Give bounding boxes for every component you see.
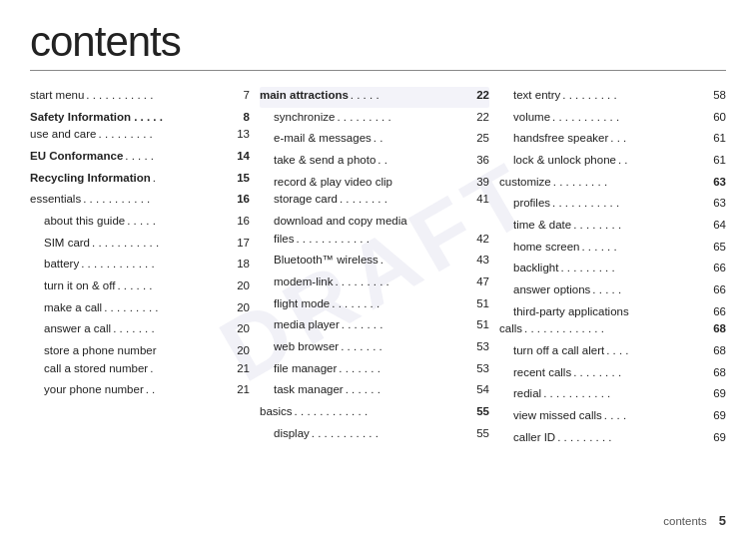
toc-dots: . . . . .	[592, 281, 706, 299]
toc-label: start menu	[30, 87, 84, 104]
toc-label: e-mail & messages	[260, 130, 372, 147]
list-item: Safety Information . . . . .8	[30, 109, 250, 126]
toc-page: 63	[708, 174, 726, 191]
toc-dots: . . . . . . . .	[573, 217, 706, 235]
list-item: e-mail & messages . .25	[260, 130, 489, 151]
toc-page: 64	[708, 217, 726, 234]
toc-label: Safety Information . . . . .	[30, 109, 163, 126]
list-item: volume . . . . . . . . . . .60	[499, 109, 726, 130]
footer: contents 5	[663, 513, 726, 528]
toc-col-right: text entry . . . . . . . . .58volume . .…	[489, 87, 726, 450]
toc-dots: . . . . .	[351, 87, 469, 105]
toc-page: 47	[471, 273, 489, 290]
toc-page: 17	[232, 235, 250, 252]
toc-page: 53	[471, 338, 489, 355]
list-item: text entry . . . . . . . . .58	[499, 87, 726, 108]
toc-label: volume	[499, 109, 550, 126]
toc-page: 22	[471, 87, 489, 104]
toc-label: synchronize	[260, 109, 335, 126]
toc-dots: . . . . . . . . . . .	[92, 235, 230, 253]
list-item: display . . . . . . . . . . .55	[260, 425, 489, 446]
toc-label: handsfree speaker	[499, 130, 608, 147]
toc-page: 20	[232, 342, 250, 359]
list-item: turn off a call alert . . . .68	[499, 342, 726, 363]
toc-page: 21	[232, 381, 250, 398]
list-item: main attractions . . . . .22	[260, 87, 489, 108]
list-item: storage card . . . . . . . .41	[260, 191, 489, 212]
toc-page: 63	[708, 195, 726, 212]
toc-dots: . . . . . . . . .	[104, 299, 230, 317]
toc-page: 20	[232, 299, 250, 316]
list-item: basics . . . . . . . . . . . .55	[260, 403, 489, 424]
list-item: time & date . . . . . . . .64	[499, 217, 726, 238]
toc-label: view missed calls	[499, 407, 602, 424]
toc-dots: . . . .	[606, 342, 706, 360]
toc-label: essentials	[30, 191, 81, 208]
toc-page: 20	[232, 320, 250, 337]
toc-dots: . . . . .	[127, 213, 230, 231]
toc-dots: . . . . . . . . . . . . .	[524, 320, 706, 338]
toc-dots: . .	[146, 381, 230, 399]
toc-label: recent calls	[499, 364, 571, 381]
toc-label: answer options	[499, 281, 590, 298]
toc-page: 65	[708, 239, 726, 256]
toc-label: battery	[30, 256, 79, 272]
footer-label: contents	[663, 515, 706, 527]
toc-label: files	[260, 231, 294, 248]
list-item: modem-link . . . . . . . . .47	[260, 273, 489, 294]
toc-dots: . . . . . . . . .	[553, 174, 706, 192]
toc-dots: . . . . . .	[117, 277, 230, 295]
toc-label: about this guide	[30, 213, 125, 230]
toc-page: 25	[471, 130, 489, 147]
list-item: files . . . . . . . . . . . .42	[260, 231, 489, 252]
toc-label: your phone number	[30, 381, 144, 398]
toc-label: turn off a call alert	[499, 342, 604, 359]
toc-col-mid: main attractions . . . . .22synchronize …	[250, 87, 489, 450]
toc-dots: .	[380, 252, 469, 270]
toc-label: take & send a photo	[260, 152, 376, 169]
toc-dots: . . . . . . . . . . . .	[296, 231, 469, 249]
toc-label: Recycling Information	[30, 170, 151, 187]
toc-page: 36	[471, 152, 489, 169]
toc-label: flight mode	[260, 295, 330, 312]
toc-label: EU Conformance	[30, 148, 123, 165]
toc-dots: . . .	[610, 130, 706, 148]
toc-label: make a call	[30, 299, 102, 316]
toc-page: 55	[471, 425, 489, 442]
toc-dots: .	[153, 170, 230, 188]
list-item: Recycling Information .15	[30, 170, 250, 191]
toc-dots: . .	[374, 130, 469, 148]
toc-page: 69	[708, 429, 726, 446]
toc-page: 43	[471, 252, 489, 269]
list-item: battery . . . . . . . . . . . .18	[30, 256, 250, 276]
list-item: redial . . . . . . . . . . .69	[499, 385, 726, 406]
toc-label: modem-link	[260, 273, 333, 290]
list-item: calls . . . . . . . . . . . . .68	[499, 320, 726, 341]
list-item: EU Conformance . . . . .14	[30, 148, 250, 169]
toc-dots: .	[150, 360, 230, 378]
list-item: media player . . . . . . .51	[260, 316, 489, 337]
toc-dots: . . . . . . . . . . .	[83, 191, 230, 209]
toc-label: media player	[260, 316, 340, 333]
list-item: web browser . . . . . . .53	[260, 338, 489, 359]
toc-label: Bluetooth™ wireless	[260, 252, 378, 269]
list-item: answer a call . . . . . . .20	[30, 320, 250, 341]
toc-label: profiles	[499, 195, 550, 212]
toc-label: calls	[499, 320, 522, 337]
toc-page: 13	[232, 126, 250, 143]
toc-dots: . . . . . . .	[342, 316, 469, 334]
list-item: view missed calls . . . .69	[499, 407, 726, 428]
toc-dots: . . . . . . . . .	[337, 109, 469, 127]
toc-label: task manager	[260, 381, 344, 398]
list-item: profiles . . . . . . . . . . .63	[499, 195, 726, 216]
toc-page: 58	[708, 87, 726, 104]
toc-label: download and copy media	[260, 213, 407, 230]
toc-label: store a phone number	[30, 342, 157, 359]
toc-label: storage card	[260, 191, 338, 208]
list-item: task manager . . . . . .54	[260, 381, 489, 402]
list-item: backlight . . . . . . . . .66	[499, 260, 726, 280]
toc-dots: . . . . . . . . . . . .	[81, 256, 230, 273]
list-item: home screen . . . . . .65	[499, 239, 726, 260]
list-item: about this guide . . . . .16	[30, 213, 250, 234]
list-item: take & send a photo . .36	[260, 152, 489, 173]
